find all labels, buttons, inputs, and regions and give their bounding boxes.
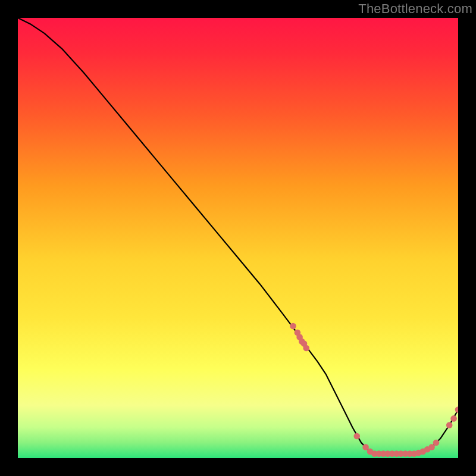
gradient-background: [18, 18, 458, 458]
plot-area: [18, 18, 458, 458]
data-point: [433, 440, 440, 446]
watermark-text: TheBottleneck.com: [358, 1, 472, 17]
data-point: [303, 345, 309, 352]
data-point: [354, 433, 361, 440]
chart-svg: [18, 18, 458, 458]
chart-frame: TheBottleneck.com: [0, 0, 476, 476]
data-point: [446, 422, 453, 428]
data-point: [290, 323, 296, 330]
data-point: [450, 415, 457, 422]
